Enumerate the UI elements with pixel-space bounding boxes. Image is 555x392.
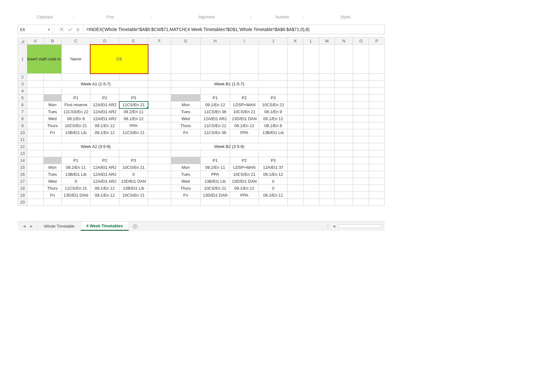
cell[interactable] [319, 108, 335, 115]
cell[interactable] [319, 192, 335, 199]
cell[interactable] [319, 185, 335, 192]
cell[interactable] [288, 136, 303, 143]
cell[interactable] [303, 74, 319, 81]
cell[interactable]: 13B/Et1 Lib [119, 185, 148, 192]
cell[interactable] [335, 101, 353, 108]
day-cell[interactable]: Fri [43, 129, 61, 136]
cell[interactable]: 10CS/En 21 [259, 101, 288, 108]
cell[interactable] [171, 157, 200, 164]
cell[interactable] [353, 88, 369, 95]
row-header[interactable]: 1 [18, 45, 27, 74]
cell[interactable] [288, 74, 303, 81]
cell[interactable] [288, 45, 303, 74]
cancel-formula-button[interactable] [60, 28, 64, 31]
instruction-cell[interactable]: Insert staff code in YELLOW BOX in CAPIT… [27, 45, 62, 74]
col-header[interactable]: I [230, 38, 259, 45]
cell[interactable] [335, 143, 353, 150]
cell[interactable] [369, 178, 385, 185]
cell[interactable] [303, 45, 319, 74]
cell[interactable] [353, 101, 369, 108]
cell[interactable] [353, 95, 369, 101]
cell[interactable] [319, 150, 335, 157]
cell[interactable]: 11CS/En 21 [61, 185, 90, 192]
cell[interactable] [353, 136, 369, 143]
period-header[interactable]: P2 [90, 95, 119, 101]
cell[interactable] [353, 108, 369, 115]
cell[interactable] [27, 115, 44, 122]
cell[interactable] [148, 143, 171, 150]
cell[interactable] [303, 143, 319, 150]
row-header[interactable]: 17 [18, 178, 27, 185]
cell[interactable] [335, 199, 353, 206]
row-header[interactable]: 6 [18, 101, 27, 108]
cell[interactable] [119, 150, 148, 157]
staff-code-input-cell[interactable]: CS [90, 45, 148, 74]
day-cell[interactable]: Wed [171, 178, 200, 185]
day-cell[interactable]: Mon [171, 164, 200, 171]
cell[interactable]: 10CS/En 21 [119, 192, 148, 199]
cell[interactable] [288, 150, 303, 157]
cell[interactable]: 12A/Et1 37 [259, 164, 288, 171]
cell[interactable] [369, 136, 385, 143]
cell[interactable] [319, 157, 335, 164]
col-header[interactable]: B [43, 38, 61, 45]
cell[interactable] [148, 115, 171, 122]
period-header[interactable]: P2 [90, 157, 119, 164]
cell[interactable] [27, 178, 44, 185]
cell[interactable] [353, 178, 369, 185]
cell[interactable] [43, 95, 61, 101]
row-header[interactable]: 20 [18, 199, 27, 206]
day-cell[interactable]: Thurs [171, 185, 200, 192]
day-cell[interactable]: Fri [43, 192, 61, 199]
cell[interactable] [369, 143, 385, 150]
col-header[interactable]: O [353, 38, 369, 45]
cell[interactable] [303, 185, 319, 192]
cell[interactable]: LDSP+MAN [230, 164, 259, 171]
cell[interactable]: 09.1/En 12 [90, 129, 119, 136]
day-cell[interactable]: Wed [171, 115, 200, 122]
period-header[interactable]: P2 [230, 157, 259, 164]
cell[interactable]: 13D/Et1 DAN [61, 192, 90, 199]
cell[interactable] [230, 199, 259, 206]
cell[interactable] [319, 74, 335, 81]
cell[interactable] [27, 199, 44, 206]
cell[interactable] [335, 45, 353, 74]
cell[interactable] [148, 150, 171, 157]
cell[interactable] [148, 178, 171, 185]
cell[interactable] [148, 88, 171, 95]
cell[interactable]: PPA [200, 171, 230, 178]
cell[interactable]: 13B/Et1 Lib [259, 129, 288, 136]
cell[interactable]: 09.1/En 12 [230, 185, 259, 192]
cell[interactable] [335, 108, 353, 115]
cell[interactable]: 12A/Et1 AR2 [90, 164, 119, 171]
cell[interactable]: 13D/Et1 DAN [230, 178, 259, 185]
row-header[interactable]: 11 [18, 136, 27, 143]
cell[interactable] [61, 199, 90, 206]
cell[interactable] [288, 171, 303, 178]
formula-input[interactable] [84, 25, 384, 34]
cell[interactable] [27, 164, 44, 171]
cell[interactable] [200, 136, 230, 143]
cell[interactable] [288, 164, 303, 171]
cell[interactable]: 12A/Et1 AR2 [90, 101, 119, 108]
row-header[interactable]: 5 [18, 95, 27, 101]
period-header[interactable]: P3 [259, 157, 288, 164]
cell[interactable] [353, 122, 369, 129]
cell[interactable]: 12A/Et1 AR2 [90, 108, 119, 115]
cell[interactable] [27, 95, 44, 101]
cell[interactable] [43, 88, 61, 95]
cell[interactable]: 12A/Et1 AR2 [200, 115, 230, 122]
cell[interactable] [27, 108, 44, 115]
cell[interactable] [90, 74, 119, 81]
cell[interactable] [288, 95, 303, 101]
row-header[interactable]: 2 [18, 74, 27, 81]
cell[interactable] [230, 74, 259, 81]
cell[interactable] [259, 88, 288, 95]
cell[interactable] [303, 150, 319, 157]
cell[interactable] [335, 129, 353, 136]
cell[interactable] [148, 136, 171, 143]
row-header[interactable]: 13 [18, 150, 27, 157]
cell[interactable] [119, 136, 148, 143]
cell[interactable] [148, 185, 171, 192]
cell[interactable] [148, 74, 171, 81]
